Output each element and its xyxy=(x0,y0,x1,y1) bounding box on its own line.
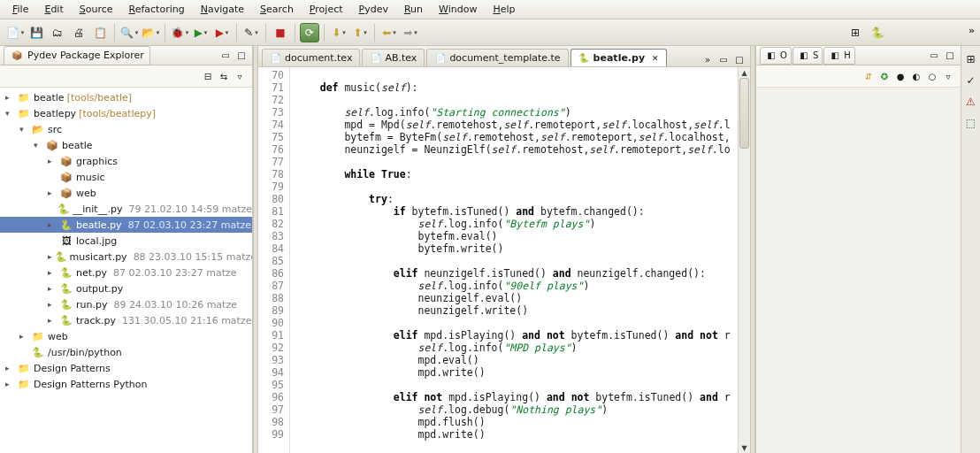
tree-row[interactable]: 🐍/usr/bin/python xyxy=(0,344,252,360)
minimize-icon[interactable]: ▭ xyxy=(927,49,941,63)
tree-row[interactable]: ▸📁beatle [tools/beatle] xyxy=(0,89,252,105)
scroll-up-icon[interactable]: ▲ xyxy=(739,67,750,78)
outline-tab-s[interactable]: ◧S xyxy=(792,47,823,65)
print-button[interactable]: 🖨 xyxy=(69,23,88,42)
code-content[interactable]: def music(self): self.log.info("Starting… xyxy=(290,67,750,453)
new-module-button[interactable]: ✎ xyxy=(241,23,261,42)
menu-window[interactable]: Window xyxy=(432,2,484,17)
hide-nonpublic-icon[interactable]: ○ xyxy=(925,69,939,83)
perspective-pydev[interactable]: 🐍 xyxy=(868,23,887,42)
problems-view-icon[interactable]: ⚠ xyxy=(963,94,979,110)
next-annotation-button[interactable]: ⬇ xyxy=(329,23,348,42)
close-icon[interactable]: ✕ xyxy=(652,54,659,63)
console-view-icon[interactable]: ⬚ xyxy=(963,115,979,131)
editor-tab[interactable]: 📄document.tex xyxy=(262,49,360,66)
collapse-all-icon[interactable]: ⊟ xyxy=(201,69,215,83)
twisty-icon[interactable]: ▸ xyxy=(48,157,57,165)
tree-row[interactable]: ▸📁web xyxy=(0,328,252,344)
minimize-icon[interactable]: ▭ xyxy=(218,49,233,63)
forward-button[interactable]: ➡ xyxy=(401,23,420,42)
external-tools-button[interactable]: ▶ xyxy=(212,23,232,42)
maximize-icon[interactable]: □ xyxy=(732,52,746,66)
tree-row[interactable]: ▸🐍beatle.py87 02.03.10 23:27 matze xyxy=(0,217,252,233)
tree-row[interactable]: ▸🐍musicart.py88 23.03.10 15:15 matze xyxy=(0,249,252,265)
minimize-icon[interactable]: ▭ xyxy=(716,52,731,66)
twisty-icon[interactable]: ▸ xyxy=(5,93,14,102)
hide-static-icon[interactable]: ◐ xyxy=(909,69,923,83)
maximize-icon[interactable]: □ xyxy=(234,49,249,63)
tree-row[interactable]: ▾📁beatlepy [tools/beatlepy] xyxy=(0,105,252,121)
outline-tab-h[interactable]: ◧H xyxy=(823,47,855,65)
restore-view-icon[interactable]: ⊞ xyxy=(963,51,979,67)
twisty-icon[interactable]: ▸ xyxy=(48,300,57,309)
tree-row[interactable]: ▾📂src xyxy=(0,121,252,137)
tab-list-icon[interactable]: » xyxy=(701,52,715,66)
back-button[interactable]: ⬅ xyxy=(379,23,399,42)
tree-row[interactable]: ▸🐍net.py87 02.03.10 23:27 matze xyxy=(0,265,252,280)
menu-file[interactable]: File xyxy=(5,2,35,17)
tree-row[interactable]: 🐍__init__.py79 21.02.10 14:59 matze xyxy=(0,201,252,217)
twisty-icon[interactable]: ▾ xyxy=(19,125,28,134)
tree-row[interactable]: 📦music xyxy=(0,169,252,185)
run-button[interactable]: ▶ xyxy=(191,23,211,42)
twisty-icon[interactable]: ▾ xyxy=(5,109,14,118)
tree-row[interactable]: ▸📁Design Patterns xyxy=(0,360,252,376)
save-button[interactable]: 💾 xyxy=(27,23,46,42)
package-explorer-tab[interactable]: 📦 Pydev Package Explorer xyxy=(4,46,150,65)
maximize-icon[interactable]: □ xyxy=(943,49,957,63)
menu-pydev[interactable]: Pydev xyxy=(352,2,395,17)
hide-fields-icon[interactable]: ● xyxy=(893,69,907,83)
build-button[interactable]: 📋 xyxy=(90,23,110,42)
tasks-view-icon[interactable]: ✓ xyxy=(963,73,979,88)
code-editor[interactable]: 7071727374757677787980818283848586878889… xyxy=(258,67,750,453)
view-menu-icon[interactable]: ▿ xyxy=(941,69,955,83)
twisty-icon[interactable]: ▸ xyxy=(19,332,28,341)
twisty-icon[interactable]: ▸ xyxy=(48,188,57,197)
search-button[interactable]: 🔍 xyxy=(119,23,139,42)
sort-icon[interactable]: ⇵ xyxy=(861,69,876,83)
project-tree[interactable]: ▸📁beatle [tools/beatle]▾📁beatlepy [tools… xyxy=(0,88,252,453)
twisty-icon[interactable]: ▸ xyxy=(48,316,57,325)
vertical-scrollbar[interactable]: ▲ ▼ xyxy=(738,67,750,453)
filter-icon[interactable]: ✪ xyxy=(877,69,892,83)
tree-row[interactable]: 🖼local.jpg xyxy=(0,233,252,249)
debug-button[interactable]: 🐞 xyxy=(170,23,189,42)
menu-navigate[interactable]: Navigate xyxy=(194,2,251,17)
twisty-icon[interactable]: ▸ xyxy=(48,220,57,229)
link-editor-icon[interactable]: ⇆ xyxy=(217,69,231,83)
save-all-button[interactable]: 🗂 xyxy=(48,23,67,42)
twisty-icon[interactable]: ▾ xyxy=(34,141,42,150)
tree-row[interactable]: ▸🐍track.py131 30.05.10 21:16 matze xyxy=(0,312,252,328)
new-button[interactable]: 📄 xyxy=(5,23,25,42)
menu-refactoring[interactable]: Refactoring xyxy=(122,2,192,17)
menu-project[interactable]: Project xyxy=(302,2,350,17)
tree-row[interactable]: ▸🐍output.py xyxy=(0,280,252,296)
scroll-thumb[interactable] xyxy=(739,78,749,149)
open-type-button[interactable]: 📂 xyxy=(141,23,160,42)
tree-row[interactable]: ▸📦graphics xyxy=(0,153,252,169)
editor-tab[interactable]: 📄document_template.te xyxy=(426,49,568,66)
twisty-icon[interactable]: ▸ xyxy=(5,380,14,388)
tree-row[interactable]: ▾📦beatle xyxy=(0,137,252,153)
twisty-icon[interactable]: ▸ xyxy=(5,364,14,372)
editor-tab[interactable]: 🐍beatle.py✕ xyxy=(570,49,667,66)
terminate-button[interactable]: ■ xyxy=(271,23,290,42)
scroll-down-icon[interactable]: ▼ xyxy=(739,442,750,453)
menu-search[interactable]: Search xyxy=(253,2,301,17)
menu-source[interactable]: Source xyxy=(73,2,120,17)
twisty-icon[interactable]: ▸ xyxy=(48,268,57,277)
tree-row[interactable]: ▸📦web xyxy=(0,185,252,201)
tree-row[interactable]: ▸🐍run.py89 24.03.10 10:26 matze xyxy=(0,296,252,312)
twisty-icon[interactable]: ▸ xyxy=(48,252,52,261)
sync-button[interactable]: ⟳ xyxy=(300,23,319,42)
toolbar-overflow[interactable]: » xyxy=(969,25,975,36)
perspective-button[interactable]: ⊞ xyxy=(846,23,865,42)
menu-edit[interactable]: Edit xyxy=(37,2,70,17)
tree-row[interactable]: ▸📁Design Patterns Python xyxy=(0,376,252,392)
twisty-icon[interactable]: ▸ xyxy=(48,284,57,293)
editor-tab[interactable]: 📄AB.tex xyxy=(362,49,425,66)
outline-tab-o[interactable]: ◧O xyxy=(760,47,792,65)
menu-help[interactable]: Help xyxy=(486,2,522,17)
menu-run[interactable]: Run xyxy=(397,2,430,17)
prev-annotation-button[interactable]: ⬆ xyxy=(350,23,370,42)
